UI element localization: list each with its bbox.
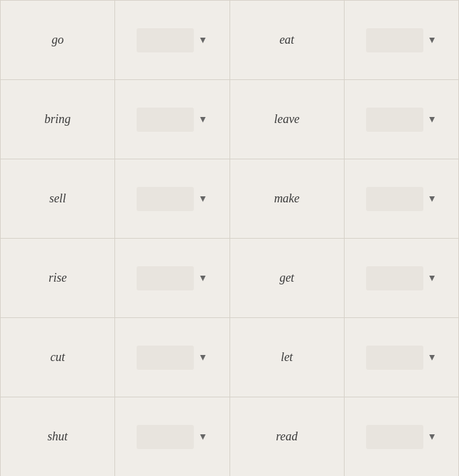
label-get: get [279,271,294,285]
cell-get-dropdown[interactable]: ▼ [345,239,459,318]
dropdown-arrow-bring[interactable]: ▼ [198,114,207,125]
cell-leave: leave [230,80,345,159]
label-eat: eat [279,33,294,47]
dropdown-box-shut[interactable] [137,425,194,449]
cell-go-dropdown[interactable]: ▼ [115,1,229,80]
label-make: make [274,192,299,206]
dropdown-box-leave[interactable] [366,108,423,132]
label-let: let [281,350,293,364]
cell-read: read [230,397,345,476]
dropdown-box-eat[interactable] [366,28,423,52]
dropdown-arrow-leave[interactable]: ▼ [427,114,437,125]
cell-rise-dropdown[interactable]: ▼ [115,239,229,318]
dropdown-arrow-go[interactable]: ▼ [198,35,207,46]
cell-cut: cut [1,318,115,397]
dropdown-box-get[interactable] [366,266,423,290]
label-cut: cut [50,350,65,364]
cell-let-dropdown[interactable]: ▼ [345,318,459,397]
dropdown-arrow-make[interactable]: ▼ [427,194,437,204]
dropdown-arrow-get[interactable]: ▼ [427,273,437,284]
cell-read-dropdown[interactable]: ▼ [345,397,459,476]
cell-cut-dropdown[interactable]: ▼ [115,318,229,397]
label-bring: bring [44,112,71,126]
cell-leave-dropdown[interactable]: ▼ [345,80,459,159]
dropdown-box-bring[interactable] [137,108,194,132]
dropdown-arrow-read[interactable]: ▼ [427,432,437,442]
cell-bring: bring [1,80,115,159]
cell-eat: eat [230,1,345,80]
cell-shut: shut [1,397,115,476]
dropdown-arrow-rise[interactable]: ▼ [198,273,207,284]
cell-make: make [230,159,345,239]
cell-sell-dropdown[interactable]: ▼ [115,159,229,239]
verb-grid: go ▼ eat ▼ bring ▼ leave ▼ sell [0,0,459,476]
label-sell: sell [49,192,66,206]
dropdown-box-rise[interactable] [137,266,194,290]
label-rise: rise [48,271,67,285]
cell-bring-dropdown[interactable]: ▼ [115,80,229,159]
dropdown-box-make[interactable] [366,187,423,211]
label-leave: leave [274,112,299,126]
cell-sell: sell [1,159,115,239]
label-read: read [276,430,297,444]
cell-shut-dropdown[interactable]: ▼ [115,397,229,476]
cell-let: let [230,318,345,397]
cell-rise: rise [1,239,115,318]
dropdown-arrow-shut[interactable]: ▼ [198,432,207,442]
dropdown-arrow-sell[interactable]: ▼ [198,194,207,204]
dropdown-box-go[interactable] [137,28,194,52]
cell-go: go [1,1,115,80]
dropdown-arrow-eat[interactable]: ▼ [427,35,437,46]
dropdown-box-let[interactable] [366,346,423,370]
dropdown-box-sell[interactable] [137,187,194,211]
dropdown-box-read[interactable] [366,425,423,449]
label-shut: shut [48,430,68,444]
dropdown-arrow-cut[interactable]: ▼ [198,352,207,363]
cell-make-dropdown[interactable]: ▼ [345,159,459,239]
cell-eat-dropdown[interactable]: ▼ [345,1,459,80]
dropdown-box-cut[interactable] [137,346,194,370]
label-go: go [52,33,64,47]
dropdown-arrow-let[interactable]: ▼ [427,352,437,363]
cell-get: get [230,239,345,318]
